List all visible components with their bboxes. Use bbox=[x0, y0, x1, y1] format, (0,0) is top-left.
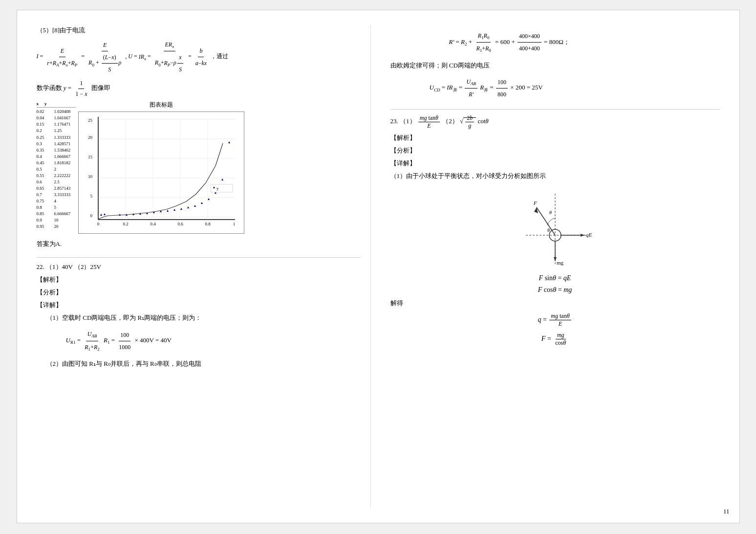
chart-curve bbox=[98, 143, 223, 219]
bracket-fen-22: 【分析】 bbox=[37, 288, 361, 297]
sqrt-2b: √2bg cotθ bbox=[460, 117, 489, 125]
section-23: 23. （1） mg tanθ E （2） √2bg cotθ 【解析】 【分析… bbox=[390, 114, 720, 347]
formula-F: F = mg cosθ bbox=[390, 332, 720, 347]
eq-U-equals: , U = IRx = bbox=[125, 53, 152, 60]
section-r-prime: R' = R2 + R1R0 R1+R0 = 600 + 400×400 400… bbox=[390, 30, 720, 100]
eq-I-label: I = bbox=[37, 53, 45, 60]
bracket-detail-22: 【详解】 bbox=[37, 301, 361, 310]
frac-r1r0: R1R0 R1+R0 bbox=[475, 30, 492, 55]
xy-row: 0.351.538462 bbox=[37, 147, 76, 154]
frac-F: mg cosθ bbox=[554, 332, 567, 347]
dp-14 bbox=[194, 205, 196, 207]
xy-rows-container: 0.021.0204080.041.0416670.151.1764710.21… bbox=[37, 109, 76, 230]
step2-label-22: （2）由图可知 R₁与 R₀并联后，再与 R₀串联，则总电阻 bbox=[46, 358, 361, 369]
frac-mgtantheta: mg tanθ E bbox=[418, 114, 440, 130]
xy-row: 0.9520 bbox=[37, 223, 76, 230]
svg-text:0.2: 0.2 bbox=[123, 222, 128, 226]
section-22: 22. （1）40V （2）25V 【解析】 【分析】 【详解】 （1）空载时 … bbox=[37, 263, 361, 369]
force-diagram: F qE mg θ θ bbox=[390, 189, 720, 267]
eq-suffix: ，通过 bbox=[211, 53, 228, 60]
xy-table: x y 0.021.0204080.041.0416670.151.176471… bbox=[37, 101, 76, 230]
dp-15 bbox=[201, 202, 203, 204]
svg-text:10: 10 bbox=[88, 174, 93, 179]
problem23-num: 23. （1） mg tanθ E （2） √2bg cotθ bbox=[390, 114, 720, 130]
frac-100-800: 100 800 bbox=[496, 76, 508, 100]
dp-18 bbox=[221, 178, 223, 180]
bracket-analysis-22: 【解析】 bbox=[37, 275, 361, 284]
chart-with-table: x y 0.021.0204080.041.0416670.151.176471… bbox=[37, 101, 361, 236]
force-qE-arrow bbox=[581, 234, 584, 237]
bracket-analysis-23: 【解析】 bbox=[390, 134, 720, 142]
xy-row: 0.754 bbox=[37, 198, 76, 204]
dp-2 bbox=[104, 213, 106, 215]
force-F-line bbox=[537, 207, 555, 235]
xy-row: 0.856.666667 bbox=[37, 211, 76, 217]
problem22-label: 22. （1）40V （2）25V bbox=[37, 263, 361, 271]
solve-label: 解得 bbox=[390, 298, 720, 309]
formula-q: q = mg tanθ E bbox=[390, 312, 720, 328]
xy-row: 0.85 bbox=[37, 204, 76, 211]
frac-E-r: E r+RA+Rx+RP bbox=[45, 45, 79, 69]
angle-arc-1 bbox=[547, 218, 555, 225]
formula-r-prime: R' = R2 + R1R0 R1+R0 = 600 + 400×400 400… bbox=[449, 30, 720, 55]
svg-text:0: 0 bbox=[90, 213, 92, 218]
force-svg: F qE mg θ θ bbox=[511, 189, 599, 267]
eq-equals2: = bbox=[188, 53, 193, 60]
xy-row: 0.021.020408 bbox=[37, 109, 76, 115]
xy-row: 0.910 bbox=[37, 217, 76, 223]
svg-text:0: 0 bbox=[97, 222, 99, 226]
chart-title: 图表标题 bbox=[78, 101, 244, 109]
frac-1-1x: 1 1 − x bbox=[74, 78, 88, 99]
xy-row: 0.62.5 bbox=[37, 179, 76, 185]
xy-row: 0.552.222222 bbox=[37, 173, 76, 179]
xy-row: 0.251.333333 bbox=[37, 134, 76, 141]
frac-uab-r: UAB R' bbox=[465, 76, 477, 100]
dp-12 bbox=[180, 208, 182, 210]
force-eq2: F cosθ = mg bbox=[390, 286, 720, 294]
xy-row: 0.52 bbox=[37, 166, 76, 173]
dp-1 bbox=[100, 214, 102, 216]
formula-ucd: UCD = IR并 = UAB R' R并 = 100 800 × 200 = … bbox=[430, 76, 720, 100]
xy-row: 0.73.333333 bbox=[37, 192, 76, 198]
force-mg-label: mg bbox=[557, 260, 564, 266]
section5-text: （5）[8]由于电流 I = E r+RA+Rx+RP = E R0 + (L−… bbox=[37, 25, 361, 99]
xy-row: 0.21.25 bbox=[37, 128, 76, 134]
svg-text:0.4: 0.4 bbox=[150, 222, 156, 226]
svg-text:0.8: 0.8 bbox=[205, 222, 211, 226]
xy-row: 0.451.818182 bbox=[37, 160, 76, 166]
step1-label-23: （1）由于小球处于平衡状态，对小球受力分析如图所示 bbox=[390, 171, 720, 181]
theta-label-2: θ bbox=[547, 227, 550, 233]
svg-text:1: 1 bbox=[233, 222, 235, 226]
force-F-label: F bbox=[533, 200, 537, 206]
col-y-header: y bbox=[44, 101, 47, 107]
force-qE-label: qE bbox=[586, 232, 592, 238]
step1-label-22: （1）空载时 CD两端电压，即为 R₁两端的电压；则为： bbox=[46, 312, 361, 323]
frac-uab: UAB R1+R2 bbox=[83, 328, 101, 354]
xy-row: 0.151.176471 bbox=[37, 121, 76, 128]
chart-svg: 0 5 10 15 20 25 0 bbox=[78, 111, 244, 234]
bracket-detail-23: 【详解】 bbox=[390, 159, 720, 168]
svg-text:25: 25 bbox=[88, 118, 93, 123]
page-number: 11 bbox=[723, 508, 730, 515]
svg-text:20: 20 bbox=[88, 135, 93, 140]
xy-row: 0.41.666667 bbox=[37, 154, 76, 160]
left-column: （5）[8]由于电流 I = E r+RA+Rx+RP = E R0 + (L−… bbox=[37, 25, 371, 508]
eq-equals1: = bbox=[81, 53, 86, 60]
math-func-suffix: 图像即 bbox=[91, 84, 110, 91]
section-5: （5）[8]由于电流 I = E r+RA+Rx+RP = E R0 + (L−… bbox=[37, 25, 361, 248]
frac-400x400: 400×400 400+400 bbox=[518, 30, 541, 54]
right-column: R' = R2 + R1R0 R1+R0 = 600 + 400×400 400… bbox=[386, 25, 720, 508]
dp-10 bbox=[167, 210, 169, 212]
svg-text:5: 5 bbox=[90, 194, 92, 199]
frac-100-1000: 100 1000 bbox=[117, 329, 132, 353]
frac-q: mg tanθ E bbox=[549, 312, 571, 328]
dp-19 bbox=[228, 141, 230, 143]
page: （5）[8]由于电流 I = E r+RA+Rx+RP = E R0 + (L−… bbox=[17, 10, 740, 523]
frac-ERx: ERx R0+RP−ρxS bbox=[153, 39, 186, 75]
formula-ur1: UR1 = UAB R1+R2 R1 = 100 1000 × 400V = 4… bbox=[66, 328, 361, 354]
bracket-fen-23: 【分析】 bbox=[390, 146, 720, 155]
col-x-header: x bbox=[37, 101, 39, 107]
xy-row: 0.31.428571 bbox=[37, 141, 76, 147]
theta-label-1: θ bbox=[549, 210, 552, 215]
frac-b: b a−kx bbox=[194, 45, 208, 69]
